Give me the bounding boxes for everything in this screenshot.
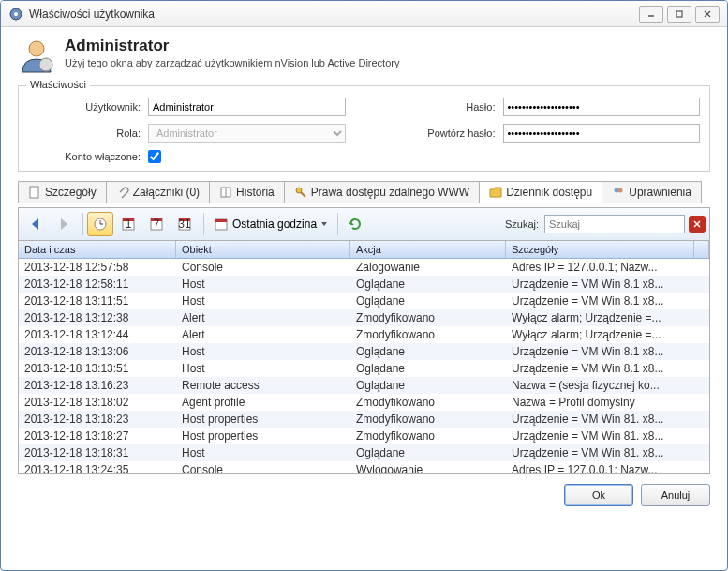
folder-icon bbox=[489, 186, 502, 199]
cell: Wylogowanie bbox=[350, 461, 506, 473]
cell: 2013-12-18 13:18:02 bbox=[19, 394, 176, 411]
cell: 2013-12-18 13:12:38 bbox=[19, 309, 176, 326]
tab-access-log[interactable]: Dziennik dostępu bbox=[479, 181, 602, 203]
cell: Host properties bbox=[176, 428, 350, 444]
cell: Urządzenie = VM Win 81. x8... bbox=[506, 411, 709, 428]
grid-body[interactable]: 2013-12-18 12:57:58ConsoleZalogowanieAdr… bbox=[19, 259, 709, 473]
svg-point-6 bbox=[29, 41, 44, 56]
cell: 2013-12-18 12:58:11 bbox=[19, 276, 176, 293]
tab-history[interactable]: Historia bbox=[209, 181, 285, 203]
search-label: Szukaj: bbox=[505, 218, 539, 230]
cell: Host bbox=[176, 343, 350, 360]
tab-www-access[interactable]: Prawa dostępu zdalnego WWW bbox=[284, 181, 480, 203]
window-title: Właściwości użytkownika bbox=[29, 8, 635, 21]
cell: 2013-12-18 12:57:58 bbox=[19, 259, 176, 276]
close-button[interactable] bbox=[695, 6, 720, 23]
enabled-label: Konto włączone: bbox=[28, 151, 141, 162]
table-row[interactable]: 2013-12-18 13:18:02Agent profileZmodyfik… bbox=[19, 394, 709, 411]
tab-permissions[interactable]: Uprawnienia bbox=[602, 181, 702, 203]
cell: Host bbox=[176, 360, 350, 377]
cell: 2013-12-18 13:24:35 bbox=[19, 461, 176, 473]
cell: Wyłącz alarm; Urządzenie =... bbox=[506, 326, 709, 343]
maximize-button[interactable] bbox=[667, 6, 691, 23]
search-input[interactable] bbox=[544, 215, 685, 233]
cell: Zmodyfikowano bbox=[350, 428, 506, 444]
calendar-icon bbox=[214, 217, 229, 232]
cell: Host bbox=[176, 276, 350, 293]
refresh-button[interactable] bbox=[342, 212, 368, 236]
tab-details[interactable]: Szczegóły bbox=[18, 181, 107, 203]
cell: Zmodyfikowano bbox=[350, 309, 506, 326]
cell: Oglądane bbox=[350, 377, 506, 394]
cell: Adres IP = 127.0.0.1; Nazw... bbox=[506, 259, 709, 276]
password-input[interactable] bbox=[503, 98, 701, 116]
header: Administrator Użyj tego okna aby zarządz… bbox=[1, 27, 727, 80]
filter-day7-button[interactable]: 7 bbox=[143, 212, 170, 236]
ok-button[interactable]: Ok bbox=[564, 484, 633, 506]
cell: 2013-12-18 13:18:27 bbox=[19, 428, 176, 444]
svg-point-7 bbox=[39, 58, 52, 71]
password2-input[interactable] bbox=[503, 124, 701, 143]
tabs: Szczegóły Załączniki (0) Historia Prawa … bbox=[18, 181, 710, 203]
cell: 2013-12-18 13:13:51 bbox=[19, 360, 176, 377]
svg-text:1: 1 bbox=[126, 218, 132, 231]
user-input[interactable] bbox=[148, 98, 346, 116]
enabled-checkbox[interactable] bbox=[148, 150, 161, 163]
table-row[interactable]: 2013-12-18 13:18:23Host propertiesZmodyf… bbox=[19, 411, 709, 428]
cell: Adres IP = 127.0.0.1; Nazw... bbox=[506, 461, 709, 473]
properties-fieldset: Właściwości Użytkownik: Hasło: Rola: Adm… bbox=[18, 85, 710, 172]
filter-clock-button[interactable] bbox=[87, 212, 113, 236]
col-object[interactable]: Obiekt bbox=[176, 241, 350, 258]
table-row[interactable]: 2013-12-18 13:24:35ConsoleWylogowanieAdr… bbox=[19, 461, 709, 473]
nav-back-button[interactable] bbox=[22, 212, 49, 236]
col-details[interactable]: Szczegóły bbox=[506, 241, 694, 258]
role-select[interactable]: Administrator bbox=[148, 124, 346, 143]
filter-day1-button[interactable]: 1 bbox=[115, 212, 141, 236]
toolbar-separator bbox=[337, 213, 338, 235]
table-row[interactable]: 2013-12-18 13:16:23Remote accessOglądane… bbox=[19, 377, 709, 394]
document-icon bbox=[28, 186, 41, 199]
tab-attachments[interactable]: Załączniki (0) bbox=[106, 181, 210, 203]
role-label: Rola: bbox=[28, 128, 141, 139]
table-row[interactable]: 2013-12-18 13:11:51HostOglądaneUrządzeni… bbox=[19, 293, 709, 309]
search-clear-button[interactable] bbox=[689, 216, 706, 233]
cell: Urządzenie = VM Win 8.1 x8... bbox=[506, 360, 709, 377]
cancel-button[interactable]: Anuluj bbox=[641, 484, 710, 506]
nav-forward-button[interactable] bbox=[51, 212, 77, 236]
filter-day31-button[interactable]: 31 bbox=[171, 212, 198, 236]
cell: Oglądane bbox=[350, 360, 506, 377]
password-label: Hasło: bbox=[383, 101, 496, 113]
cell: Alert bbox=[176, 326, 350, 343]
cell: 2013-12-18 13:12:44 bbox=[19, 326, 176, 343]
cell: Oglądane bbox=[350, 293, 506, 309]
book-icon bbox=[219, 186, 232, 199]
table-row[interactable]: 2013-12-18 12:57:58ConsoleZalogowanieAdr… bbox=[19, 259, 709, 276]
table-row[interactable]: 2013-12-18 13:12:38AlertZmodyfikowanoWył… bbox=[19, 309, 709, 326]
cell: Urządzenie = VM Win 81. x8... bbox=[506, 428, 709, 444]
table-row[interactable]: 2013-12-18 13:12:44AlertZmodyfikowanoWył… bbox=[19, 326, 709, 343]
table-row[interactable]: 2013-12-18 13:13:06HostOglądaneUrządzeni… bbox=[19, 343, 709, 360]
svg-point-1 bbox=[14, 12, 18, 16]
minimize-button[interactable] bbox=[639, 6, 663, 23]
cell: Zmodyfikowano bbox=[350, 411, 506, 428]
cell: Oglądane bbox=[350, 444, 506, 461]
svg-rect-3 bbox=[676, 11, 682, 17]
cell: Zmodyfikowano bbox=[350, 394, 506, 411]
cell: Zmodyfikowano bbox=[350, 326, 506, 343]
range-dropdown[interactable]: Ostatnia godzina bbox=[208, 212, 334, 236]
page-subtitle: Użyj tego okna aby zarządzać użytkowniki… bbox=[65, 57, 399, 68]
cell: Urządzenie = VM Win 8.1 x8... bbox=[506, 343, 709, 360]
col-action[interactable]: Akcja bbox=[350, 241, 506, 258]
cell: Remote access bbox=[176, 377, 350, 394]
key-icon bbox=[294, 186, 307, 199]
table-row[interactable]: 2013-12-18 13:18:27Host propertiesZmodyf… bbox=[19, 428, 709, 444]
toolbar-separator bbox=[82, 213, 83, 235]
cell: 2013-12-18 13:13:06 bbox=[19, 343, 176, 360]
user-avatar-icon bbox=[18, 37, 55, 74]
table-row[interactable]: 2013-12-18 13:13:51HostOglądaneUrządzeni… bbox=[19, 360, 709, 377]
col-datetime[interactable]: Data i czas bbox=[19, 241, 176, 258]
svg-text:31: 31 bbox=[178, 218, 191, 231]
table-row[interactable]: 2013-12-18 12:58:11HostOglądaneUrządzeni… bbox=[19, 276, 709, 293]
svg-text:7: 7 bbox=[154, 218, 160, 231]
table-row[interactable]: 2013-12-18 13:18:31HostOglądaneUrządzeni… bbox=[19, 444, 709, 461]
